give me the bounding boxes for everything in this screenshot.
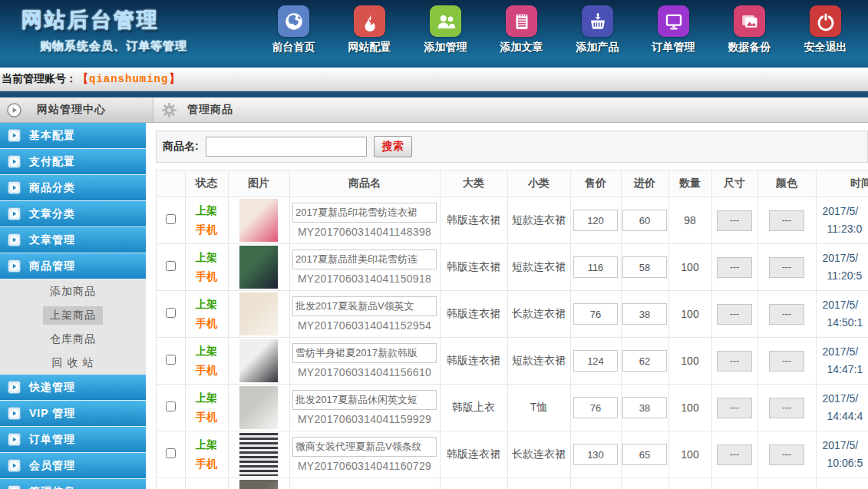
price-input[interactable]: [573, 350, 618, 372]
product-name-input[interactable]: [292, 343, 437, 363]
status-onsale-link[interactable]: 上架: [186, 298, 228, 312]
color-button[interactable]: ---: [769, 210, 804, 231]
row-checkbox[interactable]: [166, 214, 176, 224]
photo-cell: [228, 291, 289, 338]
status-onsale-link[interactable]: 上架: [186, 438, 228, 452]
sidebar-item-product-category[interactable]: 商品分类: [0, 175, 146, 201]
sidebar-item-vip-manage[interactable]: VIP 管理: [0, 401, 146, 427]
cost-input[interactable]: [622, 444, 667, 465]
row-checkbox[interactable]: [166, 261, 176, 271]
nav-item-add-admin[interactable]: 添加管理: [408, 5, 484, 55]
size-cell: ---: [711, 338, 757, 385]
sidebar-subitem-recycle-bin[interactable]: 回 收 站: [0, 351, 146, 375]
sidebar-item-basic-config[interactable]: 基本配置: [0, 123, 146, 149]
price-input[interactable]: [573, 397, 618, 418]
sidebar-item-manage-info[interactable]: 管理信息: [0, 479, 146, 489]
nav-item-order-manage[interactable]: 订单管理: [635, 5, 711, 55]
status-onsale-link[interactable]: 上架: [186, 204, 228, 218]
cost-input[interactable]: [622, 210, 667, 231]
sidebar-item-label: 管理信息: [29, 485, 75, 489]
sidebar-item-label: 支付配置: [29, 155, 75, 169]
play-square-icon: [8, 181, 21, 194]
status-mobile-link[interactable]: 手机: [186, 270, 228, 284]
cost-input[interactable]: [622, 303, 667, 325]
time-time: 11:20:5: [817, 267, 868, 285]
cost-input[interactable]: [622, 397, 667, 418]
nav-item-data-backup[interactable]: 数据备份: [711, 5, 787, 55]
price-input[interactable]: [573, 256, 618, 278]
size-button[interactable]: ---: [717, 444, 752, 465]
price-input[interactable]: [573, 444, 618, 465]
size-button[interactable]: ---: [717, 351, 752, 372]
quantity-cell: 100: [668, 338, 711, 385]
color-button[interactable]: ---: [769, 398, 804, 418]
nav-item-site-config[interactable]: 网站配置: [332, 5, 408, 55]
color-button[interactable]: ---: [769, 257, 804, 278]
size-button[interactable]: ---: [717, 257, 752, 278]
subcategory-cell: 短款连衣裙: [507, 244, 570, 291]
sidebar-item-member-manage[interactable]: 会员管理: [0, 453, 146, 479]
column-header: 时间: [816, 170, 868, 197]
breadcrumb-right: 管理商品: [153, 97, 233, 122]
status-onsale-link[interactable]: 上架: [186, 345, 228, 358]
color-button[interactable]: ---: [769, 351, 804, 372]
category-cell: 韩版上衣: [440, 385, 507, 431]
product-name-input[interactable]: [292, 249, 437, 269]
nav-item-add-article[interactable]: 添加文章: [484, 5, 559, 55]
sidebar-item-article-category[interactable]: 文章分类: [0, 201, 146, 227]
nav-item-add-product[interactable]: 添加产品: [559, 5, 635, 55]
status-mobile-link[interactable]: 手机: [186, 223, 228, 237]
nav-item-logout[interactable]: 安全退出: [787, 5, 863, 55]
status-mobile-link[interactable]: 手机: [186, 364, 228, 378]
sidebar-item-article-manage[interactable]: 文章管理: [0, 227, 146, 253]
product-name-input[interactable]: [292, 203, 437, 223]
status-onsale-link[interactable]: 上架: [186, 392, 228, 405]
column-header: 数量: [668, 170, 711, 197]
bracket-close: 】: [169, 72, 180, 86]
cost-cell: [621, 385, 668, 431]
sidebar-item-product-manage[interactable]: 商品管理: [0, 253, 146, 279]
row-checkbox[interactable]: [166, 308, 176, 318]
play-square-icon: [8, 233, 21, 246]
status-mobile-link[interactable]: 手机: [186, 317, 228, 331]
cost-cell: [621, 244, 668, 291]
size-button[interactable]: ---: [717, 398, 752, 418]
search-button[interactable]: 搜索: [374, 136, 412, 157]
product-photo: [239, 480, 278, 489]
sidebar-item-express-manage[interactable]: 快递管理: [0, 375, 146, 401]
status-mobile-link[interactable]: 手机: [186, 458, 228, 471]
time-date: 2017/5/: [817, 249, 868, 267]
status-mobile-link[interactable]: 手机: [186, 411, 228, 425]
subcategory-cell: T恤: [507, 385, 570, 431]
sidebar-subitem-warehouse-product[interactable]: 仓库商品: [0, 327, 146, 351]
photo-cell: [228, 244, 289, 291]
size-button[interactable]: ---: [717, 210, 752, 231]
size-button[interactable]: ---: [717, 304, 752, 325]
app-header: 网站后台管理 购物系统会员、订单等管理 前台首页网站配置添加管理添加文章添加产品…: [0, 0, 868, 68]
color-button[interactable]: ---: [769, 304, 804, 325]
sidebar-item-order-manage[interactable]: 订单管理: [0, 427, 146, 453]
status-onsale-link[interactable]: 上架: [186, 251, 228, 265]
product-name-input[interactable]: [292, 390, 437, 410]
products-table: 状态图片商品名大类小类售价进价数量尺寸颜色时间 上架手机MY2017060314…: [157, 170, 868, 489]
nav-item-home[interactable]: 前台首页: [256, 5, 332, 55]
search-input[interactable]: [206, 137, 367, 157]
sidebar-subitem-add-product[interactable]: 添加商品: [0, 279, 146, 303]
account-bar: 当前管理账号： 【 qianshuming 】: [0, 68, 868, 91]
color-button[interactable]: ---: [769, 444, 804, 465]
nav-item-label: 订单管理: [652, 41, 695, 55]
price-input[interactable]: [573, 303, 618, 325]
sidebar-subitem-onsale-product[interactable]: 上架商品: [0, 303, 146, 327]
play-square-icon: [8, 407, 21, 420]
cost-input[interactable]: [622, 350, 667, 372]
product-name-input[interactable]: [292, 296, 437, 316]
sidebar-item-payment-config[interactable]: 支付配置: [0, 149, 146, 175]
product-name-input[interactable]: [292, 437, 437, 457]
cost-input[interactable]: [622, 256, 667, 278]
row-checkbox[interactable]: [166, 448, 176, 458]
row-select-cell: [157, 478, 185, 489]
product-photo: [239, 246, 278, 289]
price-input[interactable]: [573, 210, 618, 231]
row-checkbox[interactable]: [166, 401, 176, 411]
row-checkbox[interactable]: [166, 355, 176, 365]
